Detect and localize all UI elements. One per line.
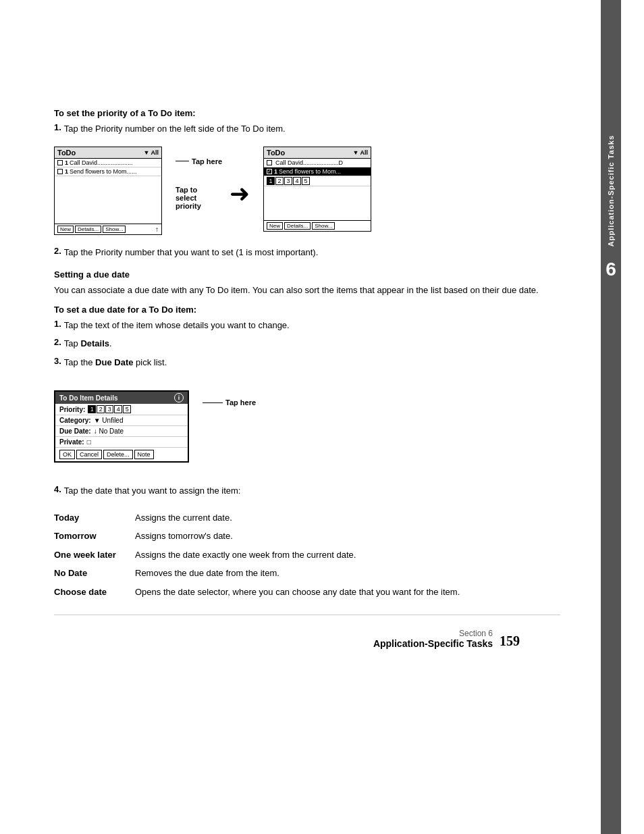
step-3-text: Tap the text of the item whose details y… <box>64 319 290 332</box>
todo-up-arrow-1: ↑ <box>155 226 159 233</box>
dialog-ok-btn[interactable]: OK <box>59 450 75 459</box>
todo-item-1-2: 1 Send flowers to Mom...... <box>55 167 161 176</box>
todo-header-2: ToDo ▼ All <box>264 147 371 159</box>
todo-priority-2-2: 1 <box>274 168 277 175</box>
step-2-item: 2. Tap the Priority number that you want… <box>54 246 560 259</box>
todo-btn-details-2[interactable]: Details... <box>284 222 311 230</box>
date-option-description: Assigns tomorrow's date. <box>135 527 560 546</box>
step-3-item: 1. Tap the text of the item whose detail… <box>54 319 560 332</box>
step-6-number: 4. <box>54 484 61 494</box>
todo-title-2: ToDo <box>267 149 285 157</box>
date-options-table: TodayAssigns the current date.TomorrowAs… <box>54 509 560 602</box>
side-tab: Application-Specific Tasks 6 <box>601 0 621 834</box>
todo-checkbox-2-2: ✓ <box>267 169 272 174</box>
tap-select-label: Tap to select priority <box>176 186 201 210</box>
todo-priority-1-1: 1 <box>65 159 68 166</box>
date-option-label: Choose date <box>54 583 135 602</box>
dialog-category-value[interactable]: ▼ Unfiled <box>94 417 124 424</box>
dialog-note-btn[interactable]: Note <box>134 450 154 459</box>
step-5-item: 3. Tap the Due Date pick list. <box>54 356 560 369</box>
step-2-text: Tap the Priority number that you want to… <box>64 246 318 259</box>
side-tab-label: Application-Specific Tasks <box>607 135 615 246</box>
dialog-diagram: To Do Item Details i Priority: 1 2 3 4 5… <box>54 380 560 473</box>
date-option-row: Choose dateOpens the date selector, wher… <box>54 583 560 602</box>
priority-popup-2[interactable]: 2 <box>275 177 284 185</box>
body-text-1: You can associate a due date with any To… <box>54 284 560 298</box>
tap-line-2 <box>203 402 223 403</box>
todo-item-1-1: 1 Call David..................... <box>55 159 161 167</box>
big-arrow: ➜ <box>230 180 250 208</box>
todo-btn-new-2[interactable]: New <box>267 222 283 230</box>
todo-screen-1: ToDo ▼ All 1 Call David.................… <box>54 147 162 235</box>
heading-due-date: To set a due date for a To Do item: <box>54 305 560 315</box>
footer-section-text: Section 6 <box>459 629 493 638</box>
priority-popup-row: 1 2 3 4 5 <box>264 176 371 186</box>
date-option-label: One week later <box>54 546 135 565</box>
todo-btn-show-2[interactable]: Show... <box>312 222 335 230</box>
tap-here-label: Tap here <box>192 157 222 165</box>
todo-footer-1: New Details... Show... ↑ <box>55 224 161 234</box>
pbox-4[interactable]: 4 <box>114 405 122 413</box>
todo-text-1-2: Send flowers to Mom...... <box>70 168 137 175</box>
todo-screen-2: ToDo ▼ All Call David...................… <box>263 147 371 232</box>
step-6-text: Tap the date that you want to assign the… <box>64 484 241 498</box>
dialog-category-row: Category: ▼ Unfiled <box>55 415 188 426</box>
date-option-description: Assigns the current date. <box>135 509 560 527</box>
footer-section: Section 6 Application-Specific Tasks <box>373 629 493 649</box>
todo-checkbox-2-1 <box>267 160 272 165</box>
todo-text-2-1: Call David.....................D <box>275 159 343 166</box>
todo-dropdown-2: ▼ All <box>352 149 368 156</box>
date-option-label: Tomorrow <box>54 527 135 546</box>
tap-line-1 <box>176 161 189 161</box>
tap-here-connector: Tap here Tap to select priority ➜ <box>176 157 250 208</box>
footer-page-number: 159 <box>500 633 520 649</box>
dialog-title: To Do Item Details <box>59 394 118 402</box>
footer-title: Application-Specific Tasks <box>373 638 493 649</box>
page-footer: Section 6 Application-Specific Tasks 159 <box>54 615 560 669</box>
dialog-private-checkbox[interactable]: □ <box>87 438 91 446</box>
pbox-1[interactable]: 1 <box>88 405 96 413</box>
todo-btn-details-1[interactable]: Details... <box>75 226 101 233</box>
dialog-cancel-btn[interactable]: Cancel <box>76 450 102 459</box>
priority-diagram: ToDo ▼ All 1 Call David.................… <box>54 147 560 235</box>
priority-popup-4[interactable]: 4 <box>293 177 301 185</box>
side-tab-number: 6 <box>606 259 616 280</box>
date-option-row: No DateRemoves the due date from the ite… <box>54 564 560 583</box>
dialog-title-bar: To Do Item Details i <box>55 392 188 404</box>
dialog-delete-btn[interactable]: Delete... <box>103 450 133 459</box>
step-4-item: 2. Tap Details. <box>54 337 560 350</box>
pbox-5[interactable]: 5 <box>123 405 131 413</box>
step-6-item: 4. Tap the date that you want to assign … <box>54 484 560 498</box>
priority-popup-1[interactable]: 1 <box>267 177 275 185</box>
step-2-number: 2. <box>54 246 61 256</box>
date-option-description: Opens the date selector, where you can c… <box>135 583 560 602</box>
date-option-row: One week laterAssigns the date exactly o… <box>54 546 560 565</box>
dialog-priority-row: Priority: 1 2 3 4 5 <box>55 404 188 415</box>
step-5-number: 3. <box>54 356 61 366</box>
todo-text-2-2: Send flowers to Mom... <box>279 168 341 175</box>
priority-boxes: 1 2 3 4 5 <box>88 405 131 413</box>
date-option-description: Removes the due date from the item. <box>135 564 560 583</box>
step-1-number: 1. <box>54 122 61 132</box>
todo-priority-1-2: 1 <box>65 168 68 175</box>
dialog-due-date-row: Due Date: ↓ No Date <box>55 426 188 437</box>
todo-btn-show-1[interactable]: Show... <box>103 226 126 233</box>
step-4-text: Tap Details. <box>64 337 112 350</box>
tap-here-row: Tap here <box>176 157 222 165</box>
todo-btn-new-1[interactable]: New <box>57 226 74 233</box>
step-3-number: 1. <box>54 319 61 329</box>
dialog-due-date-value[interactable]: ↓ No Date <box>94 427 124 435</box>
pbox-2[interactable]: 2 <box>97 405 105 413</box>
priority-popup-5[interactable]: 5 <box>302 177 310 185</box>
dialog-category-label: Category: <box>59 417 91 424</box>
todo-item-2-1: Call David.....................D <box>264 159 371 167</box>
dialog-private-row: Private: □ <box>55 437 188 448</box>
step-1-text: Tap the Priority number on the left side… <box>64 122 286 136</box>
pbox-3[interactable]: 3 <box>105 405 113 413</box>
todo-screen-2-wrapper: ToDo ▼ All Call David...................… <box>263 147 371 232</box>
subsection-due-date: Setting a due date <box>54 269 560 280</box>
todo-item-2-2-selected: ✓ 1 Send flowers to Mom... <box>264 167 371 176</box>
priority-popup-3[interactable]: 3 <box>284 177 292 185</box>
dialog-priority-label: Priority: <box>59 406 85 413</box>
todo-text-1-1: Call David..................... <box>70 159 133 166</box>
